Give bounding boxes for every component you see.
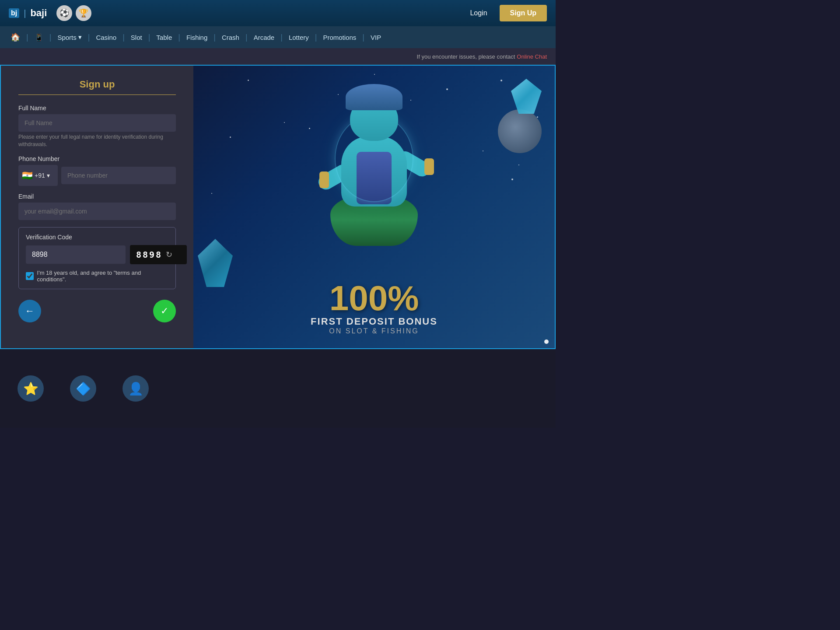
captcha-box: 8898 ↻: [130, 245, 187, 264]
email-label: Email: [18, 193, 176, 200]
bracelet-right: [424, 158, 434, 175]
main-content: Sign up Full Name Please enter your full…: [0, 65, 556, 349]
home-icon: 🏠: [10, 32, 20, 42]
nav-vip-label: VIP: [371, 34, 381, 41]
crystal-left: [198, 239, 233, 287]
promo-panel: 100% FIRST DEPOSIT BONUS ON SLOT & FISHI…: [193, 66, 555, 348]
nav-items: 🏠 | 📱 | Sports ▾ | Casino | Slot | Table…: [4, 26, 387, 48]
verification-section: Verification Code 8898 ↻ I'm 18 years ol…: [18, 227, 176, 289]
nav-promotions[interactable]: Promotions: [317, 26, 362, 48]
verification-label: Verification Code: [26, 234, 168, 241]
country-select[interactable]: 🇮🇳 +91 ▾: [18, 165, 58, 186]
logo[interactable]: bj | baji: [9, 7, 47, 19]
full-name-label: Full Name: [18, 105, 176, 112]
nav-bar: 🏠 | 📱 | Sports ▾ | Casino | Slot | Table…: [0, 26, 556, 48]
bracelet-left: [319, 172, 329, 188]
phone-row: 🇮🇳 +91 ▾: [18, 165, 176, 186]
confirm-button[interactable]: ✓: [153, 300, 176, 322]
crystal-top-right: [511, 79, 542, 114]
chevron-down-icon: ▾: [78, 33, 82, 41]
top-bar: bj | baji ⚽ 🏆 Login Sign Up: [0, 0, 556, 26]
top-bar-left: bj | baji ⚽ 🏆: [9, 5, 91, 21]
terms-checkbox[interactable]: [26, 272, 34, 280]
phone-input[interactable]: [61, 167, 176, 184]
issue-bar: If you encounter issues, please contact …: [0, 48, 556, 65]
signup-button[interactable]: Sign Up: [500, 5, 547, 21]
bottom-icon-1: ⭐: [18, 375, 44, 402]
country-chevron-icon: ▾: [47, 172, 50, 179]
genie-figure: [300, 80, 448, 290]
mobile-icon: 📱: [35, 33, 43, 42]
verification-row: 8898 ↻: [26, 245, 168, 264]
phone-field-group: Phone Number 🇮🇳 +91 ▾: [18, 155, 176, 186]
logo-divider: |: [24, 8, 26, 18]
nav-fishing[interactable]: Fishing: [180, 26, 214, 48]
bottom-icon-group-3: 👤: [122, 375, 149, 402]
bottom-icon-3: 👤: [122, 375, 149, 402]
online-chat-link[interactable]: Online Chat: [517, 53, 547, 60]
nav-casino-label: Casino: [96, 34, 116, 41]
nav-arcade-label: Arcade: [254, 34, 275, 41]
login-button[interactable]: Login: [463, 6, 494, 21]
dot-1[interactable]: [544, 340, 549, 344]
team-icon-1[interactable]: ⚽: [56, 5, 72, 21]
nav-slot[interactable]: Slot: [125, 26, 148, 48]
bottom-area: ⭐ 🔷 👤: [0, 349, 556, 428]
nav-sports[interactable]: Sports ▾: [51, 26, 88, 48]
nav-fishing-label: Fishing: [186, 34, 207, 41]
back-button[interactable]: ←: [18, 300, 41, 322]
bottom-icon-2: 🔷: [70, 375, 96, 402]
nav-lottery-label: Lottery: [289, 34, 309, 41]
signup-title: Sign up: [18, 79, 176, 95]
terms-row: I'm 18 years old, and agree to "terms an…: [26, 270, 168, 283]
nav-crash-label: Crash: [222, 34, 239, 41]
signup-panel: Sign up Full Name Please enter your full…: [1, 66, 193, 348]
genie-turban: [346, 84, 402, 110]
email-input[interactable]: [18, 203, 176, 220]
nav-sports-label: Sports: [57, 34, 76, 41]
country-code: +91: [35, 172, 45, 179]
nav-table-label: Table: [156, 34, 172, 41]
promo-bg: 100% FIRST DEPOSIT BONUS ON SLOT & FISHI…: [193, 66, 555, 348]
logo-name: baji: [30, 7, 47, 19]
form-buttons: ← ✓: [18, 300, 176, 322]
refresh-icon[interactable]: ↻: [166, 250, 172, 259]
nav-arcade[interactable]: Arcade: [248, 26, 281, 48]
india-flag-icon: 🇮🇳: [22, 170, 33, 181]
nav-casino[interactable]: Casino: [90, 26, 122, 48]
moon: [498, 109, 542, 153]
dot-indicator: [544, 340, 549, 344]
nav-table[interactable]: Table: [150, 26, 178, 48]
issue-text: If you encounter issues, please contact: [417, 53, 515, 60]
nav-home[interactable]: 🏠: [4, 26, 26, 48]
nav-mobile[interactable]: 📱: [28, 26, 49, 48]
nav-crash[interactable]: Crash: [216, 26, 245, 48]
nav-promotions-label: Promotions: [323, 34, 356, 41]
full-name-hint: Please enter your full legal name for id…: [18, 133, 176, 148]
nav-lottery[interactable]: Lottery: [283, 26, 315, 48]
captcha-text: 8898: [136, 249, 162, 260]
verification-input[interactable]: [26, 245, 126, 264]
nav-slot-label: Slot: [131, 34, 142, 41]
terms-text: I'm 18 years old, and agree to "terms an…: [37, 270, 168, 283]
email-field-group: Email: [18, 193, 176, 220]
promo-subtitle: FIRST DEPOSIT BONUS: [193, 316, 555, 327]
full-name-field-group: Full Name Please enter your full legal n…: [18, 105, 176, 148]
nav-vip[interactable]: VIP: [364, 26, 387, 48]
logo-bj-badge: bj: [9, 8, 19, 18]
top-bar-right: Login Sign Up: [463, 5, 547, 21]
team-icon-2[interactable]: 🏆: [76, 5, 91, 21]
promo-text-area: 100% FIRST DEPOSIT BONUS ON SLOT & FISHI…: [193, 281, 555, 335]
phone-label: Phone Number: [18, 155, 176, 162]
full-name-input[interactable]: [18, 114, 176, 132]
promo-percent: 100%: [193, 281, 555, 316]
bottom-icon-group-1: ⭐: [18, 375, 44, 402]
promo-sub2: ON SLOT & FISHING: [193, 327, 555, 335]
team-icons: ⚽ 🏆: [56, 5, 91, 21]
bottom-icon-group-2: 🔷: [70, 375, 96, 402]
